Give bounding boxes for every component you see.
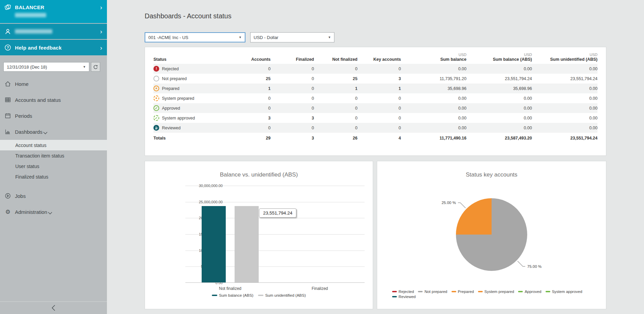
totals-key-accounts[interactable]: 4 [357,133,401,144]
key-accounts-count[interactable]: 1 [357,84,401,93]
legend-label: Rejected [399,290,414,294]
key-accounts-count[interactable]: 3 [357,74,401,84]
sidebar-item-jobs[interactable]: Jobs [0,191,107,201]
sum-unidentified-abs: 0.00 [532,113,597,123]
sidebar: BALANCER › › ? Hel [0,0,107,314]
sidebar-subitem-finalized-status[interactable]: Finalized status [0,171,107,182]
help-and-feedback[interactable]: ? Help and feedback › [0,40,107,55]
y-axis-tick-label: 25,000,000.00 [182,200,223,204]
legend-marker [392,296,397,297]
legend-label: Approved [525,290,541,294]
not-finalized-count: 0 [314,103,357,113]
redacted-user-name [15,29,52,34]
totals-accounts[interactable]: 29 [240,133,271,144]
not-finalized-count: 0 [314,93,357,103]
not-finalized-count[interactable]: 1 [314,84,357,93]
totals-finalized[interactable]: 3 [271,133,314,144]
sum-unidentified-abs: 0.00 [532,84,597,93]
legend-item-system-prepared[interactable]: System prepared [478,290,514,294]
refresh-button[interactable] [91,62,100,72]
legend-label: Reviewed [399,295,416,299]
key-accounts-count: 0 [357,103,401,113]
bar-chart-icon [3,128,12,135]
sidebar-collapse-button[interactable] [0,301,107,314]
legend-item-not-prepared[interactable]: Not prepared [418,290,447,294]
bar-tooltip-value: 23,551,794.24 [263,210,292,216]
nav-label: Jobs [15,193,26,199]
column-header-sum-unidentified-abs-: USDSum unidentified (ABS) [532,52,597,64]
legend-marker [452,291,456,292]
system-approved-status-icon: ✓ [153,115,159,121]
period-value: 12/31/2018 (Dec 18) [7,64,47,70]
legend-item-rejected[interactable]: Rejected [392,290,414,294]
system-prepared-status-icon: ★ [153,95,159,101]
sidebar-item-periods[interactable]: Periods [0,111,107,121]
account-status-table: StatusAccountsFinalizedNot finalizedKey … [153,52,597,144]
finalized-count: 0 [271,123,314,133]
currency-select[interactable]: USD - Dollar ▼ [250,32,334,42]
pie-label-leader-line [517,261,525,266]
sidebar-item-administration[interactable]: ⚙ Administration [0,207,107,217]
sidebar-subitem-user-status[interactable]: User status [0,161,107,171]
sum-balance: 0.00 [401,113,466,123]
legend-marker [418,291,423,292]
legend-item-approved[interactable]: Approved [518,290,541,294]
table-row: ★System prepared00000.000.000.00 [153,93,597,103]
sum-balance-abs: 23,551,794.24 [466,74,532,84]
key-accounts-pie-card: Status key accounts 75.00 %25.00 % Rejec… [377,161,606,309]
finalized-count[interactable]: 3 [271,113,314,123]
brand-name: BALANCER [15,4,44,10]
legend-marker [478,291,483,292]
legend-item-reviewed[interactable]: Reviewed [392,295,416,299]
legend-item-sum-balance-abs-[interactable]: Sum balance (ABS) [212,293,253,297]
legend-item-system-approved[interactable]: System approved [546,290,583,294]
sum-balance: 0.00 [401,93,466,103]
sidebar-item-accounts-and-status[interactable]: Accounts and status [0,95,107,105]
sum-balance-abs: 0.00 [466,103,532,113]
chevron-right-icon: › [100,28,102,35]
sum-unidentified-abs: 0.00 [532,64,597,74]
bar-sum-unidentified-abs--not-finalized[interactable] [235,206,259,282]
accounts-count[interactable]: 25 [240,74,271,84]
reviewed-status-icon [153,125,159,131]
period-select[interactable]: 12/31/2018 (Dec 18) ▼ [3,62,89,72]
column-header-sum-balance: USDSum balance [401,52,466,64]
bar-sum-balance-abs--not-finalized[interactable] [202,206,226,282]
not-finalized-count[interactable]: 25 [314,74,357,84]
not-finalized-count: 0 [314,113,357,123]
calendar-icon [3,112,12,119]
accounts-count: 0 [240,64,271,74]
sum-balance-abs: 0.00 [466,64,532,74]
totals-not-finalized[interactable]: 26 [314,133,357,144]
pie-label-leader-line [458,203,466,208]
sum-unidentified-abs: 0.00 [532,93,597,103]
key-accounts-count: 0 [357,123,401,133]
sidebar-item-home[interactable]: Accounts and status Home [0,79,107,89]
legend-marker [212,295,217,296]
y-axis-tick-label: 30,000,000.00 [182,184,223,188]
legend-item-sum-unidentified-abs-[interactable]: Sum unidentified (ABS) [258,293,306,297]
pie-percentage-label: 75.00 % [527,264,541,269]
nav-label: Home [15,81,29,87]
sidebar-item-dashboards[interactable]: Dashboards [0,127,107,137]
finalized-count: 0 [271,64,314,74]
sidebar-subitem-transaction-item-status[interactable]: Transaction item status [0,150,107,161]
sum-balance: 0.00 [401,64,466,74]
user-menu[interactable]: › [0,24,107,39]
key-accounts-count: 0 [357,64,401,74]
chevron-right-icon: › [100,4,102,11]
status-label: System prepared [162,96,194,101]
table-row: ★Prepared101135,698.9635,698.960.00 [153,84,597,93]
status-label: Rejected [162,67,179,71]
table-icon [3,96,12,103]
legend-item-prepared[interactable]: Prepared [452,290,474,294]
brand-header[interactable]: BALANCER › [0,0,107,23]
sidebar-subitem-account-status[interactable]: Account status [0,140,107,150]
accounts-count: 0 [240,103,271,113]
legend-label: Sum unidentified (ABS) [265,293,306,297]
play-circle-icon [3,192,12,199]
accounts-count[interactable]: 1 [240,84,271,93]
column-header-status: Status [153,52,240,64]
company-select[interactable]: 001 -ACME Inc - US ▼ [145,32,245,42]
accounts-count[interactable]: 3 [240,113,271,123]
